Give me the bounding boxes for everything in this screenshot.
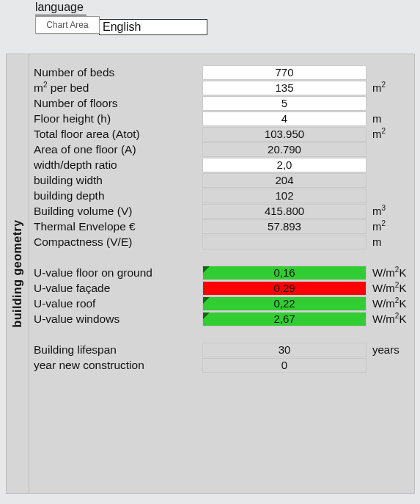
param-row: building width204 — [32, 172, 410, 188]
param-value: 0,22 — [202, 296, 366, 311]
param-row: Number of beds770 — [32, 65, 410, 80]
param-row: Thermal Envelope €57.893m2 — [32, 219, 410, 234]
param-value[interactable]: 135 — [202, 81, 366, 95]
param-value: 57.893 — [202, 219, 366, 234]
param-label: Thermal Envelope € — [32, 220, 202, 233]
param-label: U-value façade — [32, 282, 202, 295]
param-unit: W/m2K — [372, 282, 406, 294]
param-value: 30 — [202, 343, 366, 357]
param-value: 204 — [202, 173, 366, 188]
param-unit: m2 — [372, 128, 386, 140]
param-unit: W/m2K — [372, 266, 406, 279]
section-title-text: building geometry — [11, 219, 24, 327]
language-select[interactable]: English — [99, 19, 207, 35]
param-row: Compactness (V/E)m — [32, 234, 410, 249]
param-row: Area of one floor (A)20.790 — [32, 142, 410, 157]
param-value: 0,16 — [202, 266, 366, 280]
param-row: U-value façade0,29W/m2K — [32, 280, 410, 296]
param-value: 102 — [202, 189, 366, 203]
param-value: 0,29 — [202, 281, 366, 296]
param-label: m2 per bed — [32, 81, 202, 95]
param-label: year new construction — [32, 359, 202, 372]
param-row: Building lifespan30years — [32, 342, 410, 357]
param-label: Total floor area (Atot) — [32, 128, 202, 141]
param-unit: m — [372, 112, 382, 125]
param-label: width/depth ratio — [32, 158, 202, 172]
param-label: Floor height (h) — [32, 112, 202, 125]
param-unit: W/m2K — [372, 313, 406, 325]
param-value: 2,67 — [202, 312, 366, 326]
param-row: building depth102 — [32, 188, 410, 203]
param-label: U-value windows — [32, 313, 202, 326]
param-value: 103.950 — [202, 127, 366, 142]
param-row: U-value windows2,67W/m2K — [32, 311, 410, 326]
param-label: building width — [32, 174, 202, 187]
param-value[interactable]: 2,0 — [202, 158, 366, 172]
param-value: 0 — [202, 358, 366, 373]
param-value[interactable]: 5 — [202, 96, 366, 111]
param-unit: m — [372, 235, 382, 248]
section-title-vertical: building geometry — [7, 54, 29, 493]
param-row: width/depth ratio2,0 — [32, 157, 410, 172]
underline — [35, 15, 86, 15]
param-unit: m2 — [372, 81, 386, 94]
param-unit: m3 — [372, 205, 386, 217]
param-value: 20.790 — [202, 142, 366, 157]
param-label: building depth — [32, 189, 202, 202]
param-row: Number of floors5 — [32, 95, 410, 111]
param-row: Building volume (V)415.800m3 — [32, 203, 410, 219]
param-label: Compactness (V/E) — [32, 235, 202, 249]
param-unit: years — [372, 343, 399, 356]
param-row: U-value floor on ground0,16W/m2K — [32, 265, 410, 280]
param-row: year new construction0 — [32, 357, 410, 373]
chart-area-tooltip: Chart Area — [35, 16, 100, 34]
param-value[interactable]: 4 — [202, 112, 366, 126]
param-label: Number of beds — [32, 66, 202, 79]
param-label: Building lifespan — [32, 343, 202, 357]
param-label: U-value roof — [32, 297, 202, 310]
language-label: language — [35, 1, 84, 14]
param-label: Number of floors — [32, 97, 202, 110]
building-geometry-panel: building geometry Number of beds770m2 pe… — [6, 54, 415, 494]
param-label: Area of one floor (A) — [32, 143, 202, 156]
param-row: m2 per bed135m2 — [32, 80, 410, 95]
param-row: Total floor area (Atot)103.950m2 — [32, 126, 410, 142]
param-row: U-value roof0,22W/m2K — [32, 296, 410, 311]
param-value: 415.800 — [202, 204, 366, 219]
param-unit: m2 — [372, 220, 386, 233]
param-label: Building volume (V) — [32, 205, 202, 218]
param-value — [202, 235, 366, 249]
param-label: U-value floor on ground — [32, 266, 202, 280]
parameter-rows: Number of beds770m2 per bed135m2Number o… — [32, 65, 410, 373]
param-row: Floor height (h)4m — [32, 111, 410, 126]
param-value[interactable]: 770 — [202, 65, 366, 80]
param-unit: W/m2K — [372, 297, 406, 310]
